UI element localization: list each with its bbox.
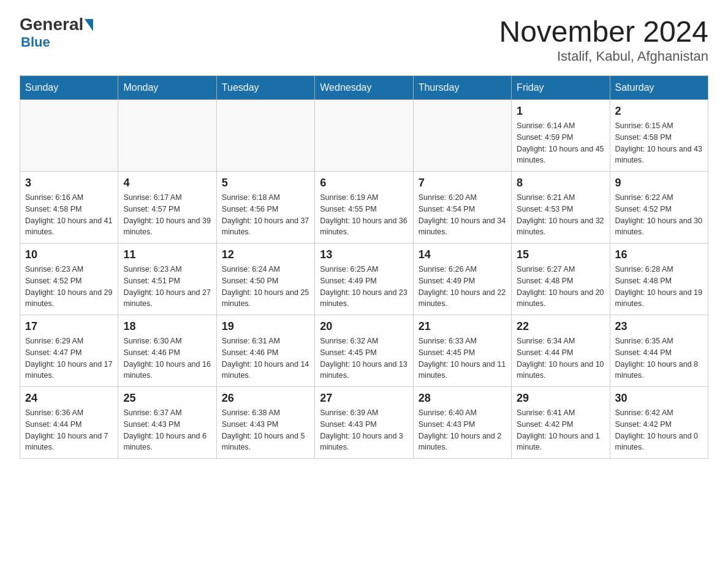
day-of-week-thursday: Thursday (413, 76, 511, 100)
calendar-cell: 18Sunrise: 6:30 AMSunset: 4:46 PMDayligh… (118, 315, 216, 387)
day-info: Sunrise: 6:23 AMSunset: 4:51 PMDaylight:… (123, 264, 211, 310)
day-info: Sunrise: 6:27 AMSunset: 4:48 PMDaylight:… (517, 264, 604, 310)
day-number: 3 (25, 177, 113, 190)
calendar-cell: 16Sunrise: 6:28 AMSunset: 4:48 PMDayligh… (610, 243, 708, 315)
day-number: 9 (615, 177, 703, 190)
day-info: Sunrise: 6:18 AMSunset: 4:56 PMDaylight:… (222, 192, 309, 238)
day-info: Sunrise: 6:20 AMSunset: 4:54 PMDaylight:… (419, 192, 506, 238)
calendar-cell: 19Sunrise: 6:31 AMSunset: 4:46 PMDayligh… (216, 315, 314, 387)
day-number: 26 (222, 392, 309, 405)
calendar-cell: 26Sunrise: 6:38 AMSunset: 4:43 PMDayligh… (216, 387, 314, 459)
calendar-cell: 11Sunrise: 6:23 AMSunset: 4:51 PMDayligh… (118, 243, 216, 315)
day-of-week-saturday: Saturday (610, 76, 708, 100)
day-info: Sunrise: 6:28 AMSunset: 4:48 PMDaylight:… (615, 264, 703, 310)
day-number: 18 (123, 320, 211, 333)
title-section: November 2024 Istalif, Kabul, Afghanista… (499, 15, 708, 64)
logo-blue-text: Blue (21, 34, 50, 50)
page-header: General Blue November 2024 Istalif, Kabu… (20, 15, 708, 64)
calendar-cell: 12Sunrise: 6:24 AMSunset: 4:50 PMDayligh… (216, 243, 314, 315)
calendar-cell: 28Sunrise: 6:40 AMSunset: 4:43 PMDayligh… (413, 387, 511, 459)
day-number: 13 (320, 248, 408, 261)
day-number: 2 (615, 105, 703, 118)
day-of-week-monday: Monday (118, 76, 216, 100)
day-number: 7 (419, 177, 506, 190)
day-number: 19 (222, 320, 309, 333)
calendar-cell: 30Sunrise: 6:42 AMSunset: 4:42 PMDayligh… (610, 387, 708, 459)
calendar-cell (216, 100, 314, 172)
calendar-cell: 13Sunrise: 6:25 AMSunset: 4:49 PMDayligh… (315, 243, 413, 315)
day-number: 29 (517, 392, 604, 405)
day-number: 5 (222, 177, 309, 190)
day-number: 24 (25, 392, 113, 405)
day-of-week-wednesday: Wednesday (315, 76, 413, 100)
day-number: 14 (419, 248, 506, 261)
calendar-cell: 23Sunrise: 6:35 AMSunset: 4:44 PMDayligh… (610, 315, 708, 387)
day-info: Sunrise: 6:37 AMSunset: 4:43 PMDaylight:… (123, 407, 211, 453)
day-info: Sunrise: 6:39 AMSunset: 4:43 PMDaylight:… (320, 407, 408, 453)
day-info: Sunrise: 6:15 AMSunset: 4:58 PMDaylight:… (615, 120, 703, 166)
day-number: 22 (517, 320, 604, 333)
day-number: 21 (419, 320, 506, 333)
day-number: 10 (25, 248, 113, 261)
calendar-cell: 6Sunrise: 6:19 AMSunset: 4:55 PMDaylight… (315, 172, 413, 243)
calendar-cell: 7Sunrise: 6:20 AMSunset: 4:54 PMDaylight… (413, 172, 511, 243)
day-number: 23 (615, 320, 703, 333)
day-number: 27 (320, 392, 408, 405)
day-number: 28 (419, 392, 506, 405)
day-info: Sunrise: 6:33 AMSunset: 4:45 PMDaylight:… (419, 335, 506, 381)
day-info: Sunrise: 6:14 AMSunset: 4:59 PMDaylight:… (517, 120, 604, 166)
calendar-cell: 22Sunrise: 6:34 AMSunset: 4:44 PMDayligh… (512, 315, 610, 387)
logo-top: General (20, 15, 93, 34)
day-info: Sunrise: 6:16 AMSunset: 4:58 PMDaylight:… (25, 192, 113, 238)
calendar-body: 1Sunrise: 6:14 AMSunset: 4:59 PMDaylight… (20, 100, 708, 459)
day-info: Sunrise: 6:30 AMSunset: 4:46 PMDaylight:… (123, 335, 211, 381)
day-info: Sunrise: 6:34 AMSunset: 4:44 PMDaylight:… (517, 335, 604, 381)
calendar-cell: 8Sunrise: 6:21 AMSunset: 4:53 PMDaylight… (512, 172, 610, 243)
day-info: Sunrise: 6:17 AMSunset: 4:57 PMDaylight:… (123, 192, 211, 238)
day-number: 16 (615, 248, 703, 261)
calendar-cell: 29Sunrise: 6:41 AMSunset: 4:42 PMDayligh… (512, 387, 610, 459)
day-info: Sunrise: 6:32 AMSunset: 4:45 PMDaylight:… (320, 335, 408, 381)
calendar-cell: 2Sunrise: 6:15 AMSunset: 4:58 PMDaylight… (610, 100, 708, 172)
logo: General Blue (20, 15, 93, 50)
calendar-cell: 20Sunrise: 6:32 AMSunset: 4:45 PMDayligh… (315, 315, 413, 387)
day-number: 17 (25, 320, 113, 333)
day-info: Sunrise: 6:26 AMSunset: 4:49 PMDaylight:… (419, 264, 506, 310)
day-info: Sunrise: 6:38 AMSunset: 4:43 PMDaylight:… (222, 407, 309, 453)
day-info: Sunrise: 6:29 AMSunset: 4:47 PMDaylight:… (25, 335, 113, 381)
header-row: SundayMondayTuesdayWednesdayThursdayFrid… (20, 76, 708, 100)
day-info: Sunrise: 6:35 AMSunset: 4:44 PMDaylight:… (615, 335, 703, 381)
day-info: Sunrise: 6:24 AMSunset: 4:50 PMDaylight:… (222, 264, 309, 310)
day-number: 11 (123, 248, 211, 261)
week-row-2: 3Sunrise: 6:16 AMSunset: 4:58 PMDaylight… (20, 172, 708, 243)
day-number: 8 (517, 177, 604, 190)
day-number: 6 (320, 177, 408, 190)
day-number: 25 (123, 392, 211, 405)
calendar-cell: 3Sunrise: 6:16 AMSunset: 4:58 PMDaylight… (20, 172, 118, 243)
calendar-header: SundayMondayTuesdayWednesdayThursdayFrid… (20, 76, 708, 100)
logo-general-text: General (20, 15, 83, 34)
day-number: 4 (123, 177, 211, 190)
day-info: Sunrise: 6:21 AMSunset: 4:53 PMDaylight:… (517, 192, 604, 238)
day-number: 20 (320, 320, 408, 333)
day-info: Sunrise: 6:31 AMSunset: 4:46 PMDaylight:… (222, 335, 309, 381)
calendar-cell: 24Sunrise: 6:36 AMSunset: 4:44 PMDayligh… (20, 387, 118, 459)
calendar-cell: 21Sunrise: 6:33 AMSunset: 4:45 PMDayligh… (413, 315, 511, 387)
week-row-3: 10Sunrise: 6:23 AMSunset: 4:52 PMDayligh… (20, 243, 708, 315)
day-number: 1 (517, 105, 604, 118)
day-number: 30 (615, 392, 703, 405)
day-of-week-sunday: Sunday (20, 76, 118, 100)
week-row-5: 24Sunrise: 6:36 AMSunset: 4:44 PMDayligh… (20, 387, 708, 459)
calendar-cell (20, 100, 118, 172)
calendar-cell: 5Sunrise: 6:18 AMSunset: 4:56 PMDaylight… (216, 172, 314, 243)
day-number: 15 (517, 248, 604, 261)
calendar-cell (315, 100, 413, 172)
calendar-subtitle: Istalif, Kabul, Afghanistan (499, 48, 708, 64)
calendar-cell: 25Sunrise: 6:37 AMSunset: 4:43 PMDayligh… (118, 387, 216, 459)
calendar-cell: 10Sunrise: 6:23 AMSunset: 4:52 PMDayligh… (20, 243, 118, 315)
calendar-cell: 4Sunrise: 6:17 AMSunset: 4:57 PMDaylight… (118, 172, 216, 243)
calendar-cell: 14Sunrise: 6:26 AMSunset: 4:49 PMDayligh… (413, 243, 511, 315)
day-info: Sunrise: 6:23 AMSunset: 4:52 PMDaylight:… (25, 264, 113, 310)
logo-arrow-icon (85, 19, 93, 31)
calendar-cell: 15Sunrise: 6:27 AMSunset: 4:48 PMDayligh… (512, 243, 610, 315)
